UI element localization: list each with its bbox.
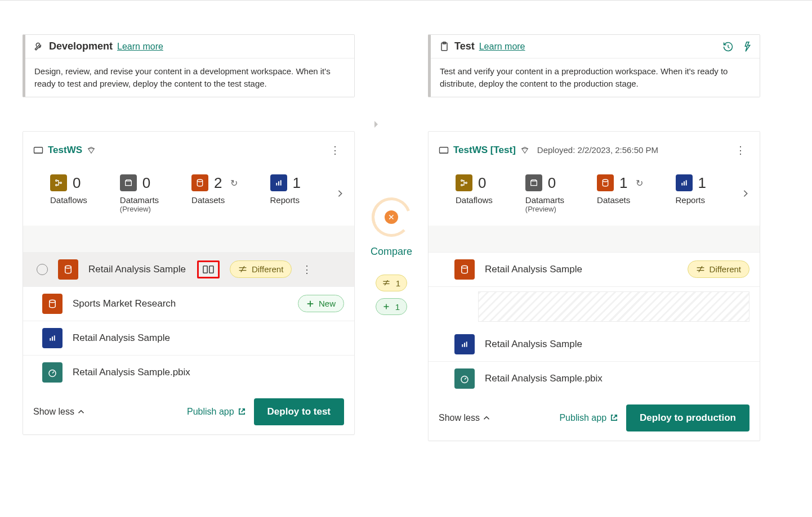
dev-description: Design, review, and revise your content …: [25, 59, 354, 97]
workspace-icon: [439, 145, 449, 155]
summary-scroll-right[interactable]: [742, 190, 749, 197]
dev-stage-title: Development: [49, 41, 113, 52]
svg-point-36: [461, 185, 463, 186]
svg-rect-38: [531, 181, 537, 186]
svg-rect-48: [464, 343, 465, 347]
summary-datasets[interactable]: 2 ↻ Datasets: [191, 174, 237, 205]
svg-line-32: [728, 47, 730, 48]
test-more-menu[interactable]: ⋮: [731, 142, 749, 159]
select-radio[interactable]: [37, 264, 48, 275]
publish-app-link[interactable]: Publish app: [187, 407, 246, 417]
list-item[interactable]: Retail Analysis Sample.pbix: [23, 356, 354, 389]
refresh-icon[interactable]: ↻: [636, 178, 643, 188]
dev-more-menu[interactable]: ⋮: [325, 142, 344, 159]
diff-badge: Different: [230, 260, 292, 278]
svg-rect-11: [203, 266, 207, 273]
summary-datamarts[interactable]: 0 Datamarts (Preview): [120, 174, 159, 213]
dataset-icon: [454, 259, 475, 280]
svg-point-6: [197, 179, 202, 182]
dashboard-icon: [454, 368, 475, 389]
item-more-menu[interactable]: ⋮: [302, 263, 312, 276]
diff-badge: Different: [688, 260, 749, 278]
summary-dataflows[interactable]: 0 Dataflows: [50, 174, 87, 205]
dataset-icon: [191, 174, 208, 191]
svg-rect-33: [440, 147, 448, 153]
open-external-icon: [238, 407, 246, 416]
deploy-to-production-button[interactable]: Deploy to production: [626, 404, 749, 431]
show-less-link[interactable]: Show less: [33, 407, 84, 417]
placeholder-missing-item: [478, 291, 749, 322]
dev-learn-more-link[interactable]: Learn more: [117, 42, 163, 52]
dev-workspace-name[interactable]: TestWS: [48, 145, 82, 156]
report-icon: [42, 328, 63, 348]
summary-datasets[interactable]: 1 ↻ Datasets: [597, 174, 643, 205]
svg-rect-12: [209, 266, 213, 273]
clipboard-icon: [439, 41, 450, 52]
chevron-up-icon: [78, 408, 84, 415]
test-learn-more-link[interactable]: Learn more: [479, 42, 525, 52]
compare-button[interactable]: Compare: [371, 246, 412, 258]
svg-rect-8: [278, 181, 279, 185]
list-item[interactable]: Retail Analysis Sample Different ⋮: [23, 253, 354, 287]
svg-rect-9: [280, 180, 281, 185]
svg-line-51: [465, 377, 466, 379]
history-icon[interactable]: [722, 41, 734, 52]
publish-app-link[interactable]: Publish app: [559, 413, 618, 423]
test-description: Test and verify your content in a prepro…: [431, 59, 760, 97]
svg-rect-20: [52, 336, 53, 340]
list-item[interactable]: Retail Analysis Sample Different: [429, 253, 760, 287]
test-stage-title: Test: [454, 41, 475, 52]
svg-line-23: [52, 371, 54, 373]
datamart-icon: [120, 174, 137, 191]
refresh-icon[interactable]: ↻: [230, 178, 238, 188]
compare-diff-pill[interactable]: 1: [376, 275, 407, 291]
svg-point-43: [462, 266, 468, 268]
list-item[interactable]: Sports Market Research New: [23, 287, 354, 321]
compare-new-pill[interactable]: 1: [376, 298, 407, 315]
svg-point-16: [50, 300, 56, 303]
summary-reports[interactable]: 1 Reports: [270, 174, 301, 205]
svg-point-39: [603, 179, 608, 182]
svg-point-3: [56, 185, 57, 186]
list-item[interactable]: Retail Analysis Sample.pbix: [429, 362, 760, 395]
svg-point-10: [65, 266, 72, 268]
summary-dataflows[interactable]: 0 Dataflows: [456, 174, 493, 205]
svg-rect-49: [466, 341, 467, 347]
report-icon: [454, 334, 475, 354]
svg-rect-21: [54, 335, 55, 340]
svg-point-37: [466, 182, 467, 184]
svg-rect-7: [276, 183, 277, 186]
svg-point-35: [461, 180, 463, 182]
show-less-link[interactable]: Show less: [439, 413, 490, 423]
settings-lightning-icon[interactable]: [740, 41, 752, 52]
svg-point-2: [56, 180, 57, 182]
svg-line-46: [698, 266, 702, 272]
dataset-icon: [58, 259, 78, 280]
dataset-icon: [597, 174, 614, 191]
stage-advance-arrow[interactable]: [372, 91, 381, 158]
wrench-icon: [33, 41, 44, 52]
dataflow-icon: [50, 174, 67, 191]
svg-rect-41: [684, 181, 685, 185]
summary-scroll-right[interactable]: [336, 190, 344, 197]
diamond-icon: [520, 146, 529, 155]
datamart-icon: [525, 174, 542, 191]
svg-line-26: [385, 280, 388, 285]
compare-detail-icon[interactable]: [197, 260, 220, 278]
dashboard-icon: [42, 362, 63, 383]
list-item[interactable]: Retail Analysis Sample: [23, 321, 354, 356]
open-external-icon: [610, 413, 618, 422]
svg-rect-42: [685, 180, 686, 185]
workspace-icon: [33, 145, 43, 155]
dataflow-icon: [456, 174, 472, 191]
compare-spinner-icon: ✕: [372, 197, 411, 237]
deploy-to-test-button[interactable]: Deploy to test: [254, 398, 344, 425]
test-workspace-name[interactable]: TestWS [Test]: [453, 145, 516, 156]
summary-reports[interactable]: 1 Reports: [676, 174, 706, 205]
dataset-icon: [42, 294, 63, 314]
summary-datamarts[interactable]: 0 Datamarts (Preview): [525, 174, 564, 213]
list-item[interactable]: Retail Analysis Sample: [429, 327, 760, 362]
svg-rect-47: [462, 344, 463, 347]
svg-rect-0: [34, 147, 43, 153]
svg-line-15: [241, 266, 244, 272]
